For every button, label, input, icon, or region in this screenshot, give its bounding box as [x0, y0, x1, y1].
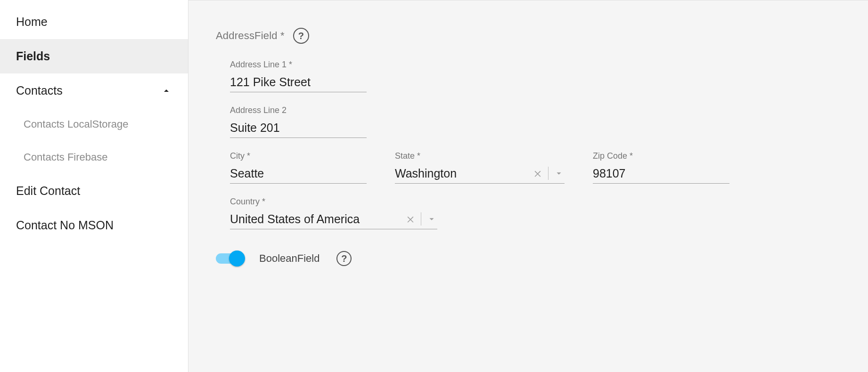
clear-icon[interactable]: [532, 168, 543, 179]
address-line1-field: Address Line 1 *: [230, 60, 367, 92]
sidebar: Home Fields Contacts Contacts LocalStora…: [0, 0, 188, 372]
sidebar-item-edit-contact[interactable]: Edit Contact: [0, 174, 188, 208]
sidebar-item-contacts-localstorage[interactable]: Contacts LocalStorage: [0, 108, 188, 141]
country-field: Country *: [230, 197, 437, 229]
country-label: Country *: [230, 197, 437, 207]
sidebar-item-label: Home: [16, 15, 48, 29]
city-label: City *: [230, 151, 367, 161]
sidebar-item-label: Fields: [16, 49, 50, 63]
sidebar-item-label: Contacts Firebase: [24, 151, 108, 163]
boolean-toggle[interactable]: [216, 253, 242, 264]
state-field: State *: [395, 151, 565, 184]
chevron-down-icon[interactable]: [553, 168, 565, 179]
state-label: State *: [395, 151, 565, 161]
chevron-down-icon[interactable]: [426, 213, 437, 225]
sidebar-item-contacts-firebase[interactable]: Contacts Firebase: [0, 141, 188, 174]
address-line1-input[interactable]: [230, 73, 367, 92]
zip-label: Zip Code *: [593, 151, 729, 161]
sidebar-item-label: Contact No MSON: [16, 218, 114, 232]
clear-icon[interactable]: [405, 213, 416, 225]
chevron-up-icon: [161, 85, 172, 97]
sidebar-item-fields[interactable]: Fields: [0, 39, 188, 73]
help-icon[interactable]: ?: [336, 251, 352, 266]
switch-thumb: [229, 251, 245, 267]
divider: [421, 212, 421, 226]
city-input[interactable]: [230, 165, 367, 184]
address-line2-label: Address Line 2: [230, 105, 367, 115]
zip-input[interactable]: [593, 165, 729, 184]
address-section-label: AddressField *: [216, 30, 285, 42]
divider: [548, 167, 549, 180]
help-icon[interactable]: ?: [293, 28, 309, 44]
sidebar-item-label: Contacts LocalStorage: [24, 118, 129, 130]
main-content: AddressField * ? Address Line 1 * Addres…: [188, 0, 868, 372]
address-line2-field: Address Line 2: [230, 105, 367, 138]
boolean-field-label: BooleanField: [259, 252, 319, 265]
zip-field: Zip Code *: [593, 151, 729, 184]
city-field: City *: [230, 151, 367, 184]
sidebar-item-contact-no-mson[interactable]: Contact No MSON: [0, 208, 188, 243]
address-line1-label: Address Line 1 *: [230, 60, 367, 70]
sidebar-item-contacts[interactable]: Contacts: [0, 73, 188, 108]
sidebar-item-label: Contacts: [16, 84, 63, 97]
sidebar-item-label: Edit Contact: [16, 184, 80, 198]
address-line2-input[interactable]: [230, 119, 367, 138]
sidebar-item-home[interactable]: Home: [0, 5, 188, 39]
